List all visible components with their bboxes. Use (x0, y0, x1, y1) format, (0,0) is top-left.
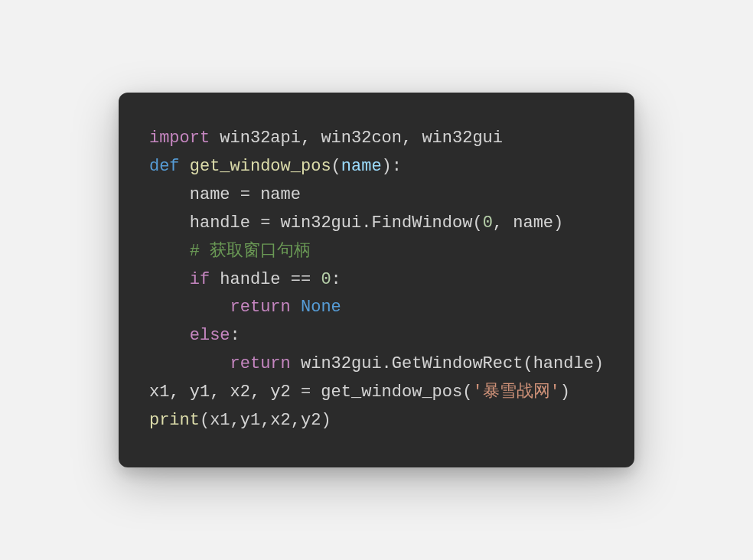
code-line-8: else: (149, 326, 240, 345)
indent (149, 354, 230, 373)
call-expr: handle = win32gui.FindWindow( (190, 213, 483, 233)
code-line-6: if handle == 0: (149, 270, 341, 289)
param-name: name (341, 157, 382, 176)
assignment: name = name (190, 185, 301, 204)
code-line-3: name = name (149, 185, 301, 204)
tuple-assign: x1, y1, x2, y2 = get_window_pos( (149, 383, 472, 402)
return-expr: win32gui.GetWindowRect(handle) (291, 354, 604, 373)
indent (149, 185, 190, 204)
code-line-2: def get_window_pos(name): (149, 157, 402, 176)
number-literal: 0 (321, 270, 331, 289)
call-args: , name) (493, 213, 563, 233)
colon: : (230, 326, 240, 345)
space (291, 298, 301, 317)
keyword-else: else (190, 326, 230, 345)
code-block: import win32api, win32con, win32gui def … (119, 93, 634, 467)
code-line-10: x1, y1, x2, y2 = get_window_pos('暴雪战网') (149, 383, 570, 402)
indent (149, 326, 190, 345)
number-literal: 0 (483, 213, 493, 233)
paren-open: ( (331, 157, 341, 176)
paren-close: ): (382, 157, 402, 176)
print-args: (x1,y1,x2,y2) (200, 411, 331, 430)
code-line-9: return win32gui.GetWindowRect(handle) (149, 354, 604, 373)
code-line-5: # 获取窗口句柄 (149, 242, 311, 261)
keyword-return: return (230, 298, 291, 317)
keyword-def: def (149, 157, 180, 176)
function-name: get_window_pos (180, 157, 331, 176)
paren-close: ) (560, 383, 570, 402)
code-line-4: handle = win32gui.FindWindow(0, name) (149, 213, 563, 233)
condition: handle == (210, 270, 321, 289)
colon: : (331, 270, 341, 289)
keyword-if: if (190, 270, 210, 289)
code-line-11: print(x1,y1,x2,y2) (149, 411, 331, 430)
indent (149, 242, 190, 261)
code-line-1: import win32api, win32con, win32gui (149, 129, 503, 148)
code-line-7: return None (149, 298, 341, 317)
string-literal: '暴雪战网' (472, 383, 559, 402)
builtin-print: print (149, 411, 200, 430)
comment: # 获取窗口句柄 (190, 242, 311, 261)
keyword-none: None (301, 298, 341, 317)
indent (149, 213, 190, 233)
keyword-return: return (230, 354, 291, 373)
indent (149, 298, 230, 317)
keyword-import: import (149, 129, 210, 148)
indent (149, 270, 190, 289)
module-list: win32api, win32con, win32gui (210, 129, 503, 148)
